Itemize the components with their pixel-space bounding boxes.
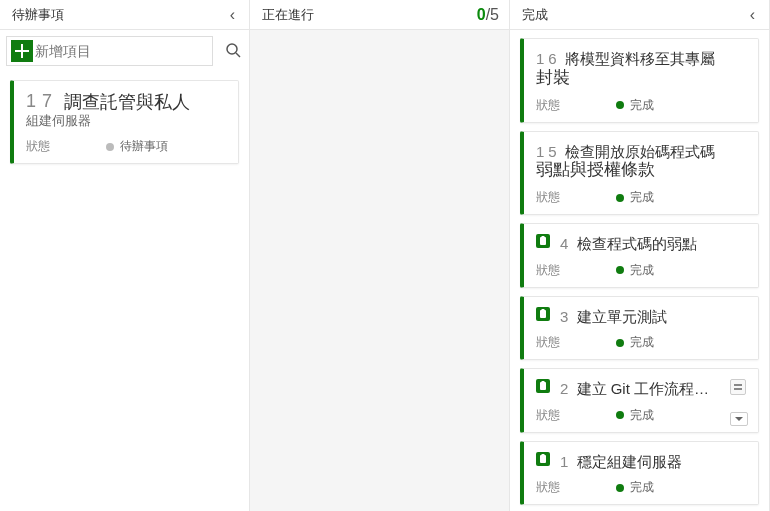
card-number: 1 bbox=[560, 453, 572, 470]
new-item-field-wrap bbox=[6, 36, 213, 66]
card-state-row: 狀態完成 bbox=[536, 479, 746, 496]
state-dot-icon bbox=[616, 484, 624, 492]
card-title-row: 17調查託管與私人 bbox=[26, 91, 226, 114]
column-backlog: 待辦事項 ‹ 17調查託管與私人組建伺服器狀態待辦事項 bbox=[0, 0, 250, 511]
svg-rect-10 bbox=[540, 455, 546, 463]
state-label: 狀態 bbox=[536, 479, 596, 496]
svg-point-0 bbox=[227, 44, 237, 54]
card-title-row: 3 建立單元測試 bbox=[536, 307, 746, 327]
column-title: 待辦事項 bbox=[12, 6, 64, 24]
svg-rect-2 bbox=[540, 237, 546, 245]
svg-line-1 bbox=[236, 53, 240, 57]
state-value: 完成 bbox=[616, 97, 654, 114]
state-dot-icon bbox=[616, 194, 624, 202]
column-done: 完成 ‹ 16 將模型資料移至其專屬封裝狀態完成15 檢查開放原始碼程式碼弱點與… bbox=[510, 0, 770, 511]
svg-rect-3 bbox=[542, 236, 545, 238]
clipboard-icon bbox=[536, 307, 550, 321]
search-icon[interactable] bbox=[219, 42, 247, 61]
card-number: 15 bbox=[536, 143, 561, 160]
add-button[interactable] bbox=[11, 40, 33, 62]
card-title-row: 4 檢查程式碼的弱點 bbox=[536, 234, 746, 254]
state-label: 狀態 bbox=[536, 189, 596, 206]
card-number: 16 bbox=[536, 50, 561, 67]
card[interactable]: 15 檢查開放原始碼程式碼弱點與授權條款狀態完成 bbox=[520, 131, 759, 216]
edit-icon[interactable] bbox=[730, 379, 746, 395]
column-header-wip: 正在進行 0/5 bbox=[250, 0, 509, 30]
kanban-board: 待辦事項 ‹ 17調查託管與私人組建伺服器狀態待辦事項 正在進行 0/5 bbox=[0, 0, 770, 511]
svg-rect-5 bbox=[542, 309, 545, 311]
state-label: 狀態 bbox=[536, 407, 596, 424]
svg-rect-4 bbox=[540, 310, 546, 318]
card-title: 4 檢查程式碼的弱點 bbox=[560, 234, 697, 254]
card-state-row: 狀態完成 bbox=[536, 189, 746, 206]
card[interactable]: 3 建立單元測試狀態完成 bbox=[520, 296, 759, 361]
card-number: 4 bbox=[560, 235, 572, 252]
state-value: 待辦事項 bbox=[106, 138, 168, 155]
state-value: 完成 bbox=[616, 262, 654, 279]
svg-rect-9 bbox=[734, 388, 742, 390]
card-number: 17 bbox=[26, 91, 58, 113]
column-header-done: 完成 ‹ bbox=[510, 0, 769, 30]
card-title: 16 將模型資料移至其專屬 bbox=[536, 49, 715, 69]
add-item-row bbox=[0, 30, 249, 72]
clipboard-icon bbox=[536, 234, 550, 248]
card-title: 1 穩定組建伺服器 bbox=[560, 452, 682, 472]
state-label: 狀態 bbox=[536, 262, 596, 279]
card-title: 調查託管與私人 bbox=[64, 91, 226, 114]
collapse-icon[interactable]: ‹ bbox=[226, 6, 239, 24]
state-value: 完成 bbox=[616, 479, 654, 496]
state-dot-icon bbox=[616, 339, 624, 347]
card-subtitle: 弱點與授權條款 bbox=[536, 159, 746, 181]
state-dot-icon bbox=[616, 266, 624, 274]
state-label: 狀態 bbox=[536, 97, 596, 114]
state-label: 狀態 bbox=[26, 138, 86, 155]
card-state-row: 狀態完成 bbox=[536, 407, 746, 424]
clipboard-icon bbox=[536, 452, 550, 466]
card-title-row: 1 穩定組建伺服器 bbox=[536, 452, 746, 472]
card[interactable]: 4 檢查程式碼的弱點狀態完成 bbox=[520, 223, 759, 288]
backlog-list: 17調查託管與私人組建伺服器狀態待辦事項 bbox=[0, 72, 249, 511]
card-number: 3 bbox=[560, 308, 572, 325]
svg-rect-8 bbox=[734, 384, 742, 386]
card-title-row: 16 將模型資料移至其專屬 bbox=[536, 49, 746, 69]
plus-icon bbox=[15, 44, 29, 58]
card-state-row: 狀態完成 bbox=[536, 97, 746, 114]
card-subtitle: 封裝 bbox=[536, 67, 746, 89]
card[interactable]: 16 將模型資料移至其專屬封裝狀態完成 bbox=[520, 38, 759, 123]
card[interactable]: 2 建立 Git 工作流程…狀態完成 bbox=[520, 368, 759, 433]
svg-rect-7 bbox=[542, 381, 545, 383]
state-dot-icon bbox=[616, 101, 624, 109]
state-value: 完成 bbox=[616, 189, 654, 206]
card-state-row: 狀態完成 bbox=[536, 262, 746, 279]
expand-button[interactable] bbox=[730, 412, 748, 426]
state-dot-icon bbox=[616, 411, 624, 419]
wip-list bbox=[250, 30, 509, 511]
card-number: 2 bbox=[560, 380, 572, 397]
column-title: 完成 bbox=[522, 6, 548, 24]
card-state-row: 狀態待辦事項 bbox=[26, 138, 226, 155]
card-state-row: 狀態完成 bbox=[536, 334, 746, 351]
card-title: 2 建立 Git 工作流程… bbox=[560, 379, 709, 399]
card[interactable]: 1 穩定組建伺服器狀態完成 bbox=[520, 441, 759, 506]
done-list: 16 將模型資料移至其專屬封裝狀態完成15 檢查開放原始碼程式碼弱點與授權條款狀… bbox=[510, 30, 769, 511]
state-label: 狀態 bbox=[536, 334, 596, 351]
new-item-input[interactable] bbox=[33, 41, 212, 61]
card[interactable]: 17調查託管與私人組建伺服器狀態待辦事項 bbox=[10, 80, 239, 164]
column-title: 正在進行 bbox=[262, 6, 314, 24]
card-title-row: 2 建立 Git 工作流程… bbox=[536, 379, 746, 399]
state-dot-icon bbox=[106, 143, 114, 151]
column-header-backlog: 待辦事項 ‹ bbox=[0, 0, 249, 30]
card-title: 3 建立單元測試 bbox=[560, 307, 667, 327]
column-wip: 正在進行 0/5 bbox=[250, 0, 510, 511]
clipboard-icon bbox=[536, 379, 550, 393]
state-value: 完成 bbox=[616, 334, 654, 351]
card-subtitle: 組建伺服器 bbox=[26, 112, 226, 130]
collapse-icon[interactable]: ‹ bbox=[746, 6, 759, 24]
svg-rect-11 bbox=[542, 454, 545, 456]
svg-rect-6 bbox=[540, 382, 546, 390]
state-value: 完成 bbox=[616, 407, 654, 424]
wip-limit: 0/5 bbox=[477, 6, 499, 24]
